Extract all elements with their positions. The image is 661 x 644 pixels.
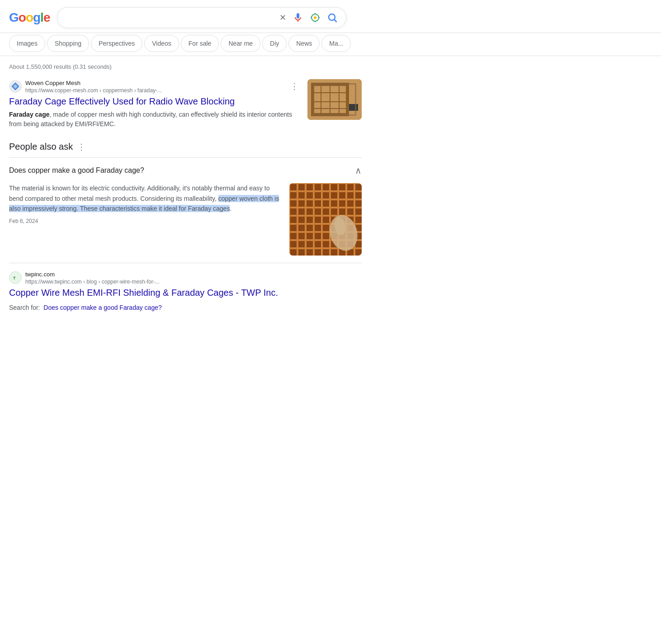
paa-menu-icon[interactable]: ⋮ bbox=[77, 142, 85, 152]
paa-answer: The material is known for its electric c… bbox=[9, 183, 362, 263]
tab-perspectives-label: Perspectives bbox=[99, 40, 135, 47]
tab-more-label: Ma... bbox=[329, 40, 343, 47]
tab-videos[interactable]: Videos bbox=[144, 35, 179, 52]
twp-favicon: T bbox=[9, 271, 22, 284]
second-result-title-link[interactable]: Copper Wire Mesh EMI-RFI Shielding & Far… bbox=[9, 287, 362, 298]
svg-rect-18 bbox=[349, 104, 358, 111]
tab-nearme-label: Near me bbox=[228, 40, 253, 47]
snippet-text: , made of copper mesh with high conducti… bbox=[9, 111, 292, 128]
svg-rect-11 bbox=[346, 84, 348, 115]
tab-images-label: Images bbox=[17, 40, 38, 47]
tab-diy-label: Diy bbox=[270, 40, 279, 47]
svg-rect-10 bbox=[312, 84, 314, 115]
logo-o2: o bbox=[26, 10, 33, 25]
faraday-cage-svg bbox=[307, 79, 362, 120]
logo-g2: g bbox=[33, 10, 40, 25]
snippet-bold: Faraday cage bbox=[9, 111, 50, 118]
results-count: About 1,550,000 results (0.31 seconds) bbox=[9, 63, 362, 70]
paa-answer-text-block: The material is known for its electric c… bbox=[9, 183, 282, 256]
tab-perspectives[interactable]: Perspectives bbox=[91, 35, 142, 52]
tab-forsale[interactable]: For sale bbox=[181, 35, 219, 52]
source-favicon bbox=[9, 80, 22, 93]
paa-answer-date: Feb 6, 2024 bbox=[9, 217, 282, 226]
tab-diy[interactable]: Diy bbox=[262, 35, 287, 52]
source-name: Woven Copper Mesh bbox=[25, 79, 285, 87]
svg-rect-7 bbox=[312, 84, 348, 115]
search-icons-group: ✕ bbox=[279, 11, 339, 24]
voice-search-button[interactable] bbox=[292, 11, 304, 24]
source-info: Woven Copper Mesh https://www.copper-mes… bbox=[25, 79, 285, 94]
result-source: Woven Copper Mesh https://www.copper-mes… bbox=[9, 79, 300, 94]
logo-o1: o bbox=[19, 10, 26, 25]
second-source-name: twpinc.com bbox=[25, 270, 362, 279]
microphone-icon bbox=[293, 12, 303, 23]
search-for-link[interactable]: Does copper make a good Faraday cage? bbox=[43, 304, 162, 311]
paa-question-row[interactable]: Does copper make a good Faraday cage? ∧ bbox=[9, 158, 362, 183]
search-input[interactable]: copper faraday cage bbox=[65, 14, 275, 22]
search-bar: copper faraday cage ✕ bbox=[57, 7, 346, 28]
second-source-info: twpinc.com https://www.twpinc.com › blog… bbox=[25, 270, 362, 285]
svg-rect-6 bbox=[307, 79, 362, 120]
result-main: Woven Copper Mesh https://www.copper-mes… bbox=[9, 79, 300, 129]
paa-title: People also ask bbox=[9, 142, 73, 152]
clear-icon: ✕ bbox=[279, 13, 286, 23]
second-result-source: T twpinc.com https://www.twpinc.com › bl… bbox=[9, 270, 362, 285]
tab-shopping-label: Shopping bbox=[55, 40, 81, 47]
svg-text:T: T bbox=[13, 276, 16, 280]
twp-favicon-icon: T bbox=[11, 274, 19, 282]
search-tabs: Images Shopping Perspectives Videos For … bbox=[0, 33, 661, 56]
logo-l: l bbox=[40, 10, 43, 25]
results-area: About 1,550,000 results (0.31 seconds) W… bbox=[0, 56, 371, 329]
camera-icon bbox=[310, 12, 321, 23]
result-snippet: Faraday cage, made of copper mesh with h… bbox=[9, 110, 300, 129]
logo-e: e bbox=[43, 10, 50, 25]
paa-question-text: Does copper make a good Faraday cage? bbox=[9, 166, 144, 175]
image-search-button[interactable] bbox=[309, 11, 321, 24]
clear-button[interactable]: ✕ bbox=[279, 12, 287, 24]
paa-answer-end: . bbox=[230, 205, 231, 212]
svg-rect-9 bbox=[312, 113, 348, 115]
paa-header: People also ask ⋮ bbox=[9, 142, 362, 152]
paa-chevron-icon: ∧ bbox=[355, 165, 362, 176]
svg-rect-8 bbox=[312, 84, 348, 86]
tab-news[interactable]: News bbox=[288, 35, 320, 52]
result-thumbnail[interactable] bbox=[307, 79, 362, 120]
source-url: https://www.copper-mesh.com › coppermesh… bbox=[25, 87, 285, 94]
tab-more[interactable]: Ma... bbox=[321, 35, 351, 52]
paa-copper-mesh-image[interactable] bbox=[289, 183, 362, 256]
logo-g: G bbox=[9, 10, 19, 25]
header: Google copper faraday cage ✕ bbox=[0, 0, 661, 33]
tab-images[interactable]: Images bbox=[9, 35, 45, 52]
copper-mesh-svg bbox=[289, 183, 362, 256]
search-icon bbox=[327, 12, 338, 23]
paa-question-container: Does copper make a good Faraday cage? ∧ … bbox=[9, 158, 362, 263]
tab-shopping[interactable]: Shopping bbox=[47, 35, 89, 52]
second-result: T twpinc.com https://www.twpinc.com › bl… bbox=[9, 270, 362, 298]
faraday-cage-image bbox=[307, 79, 362, 120]
second-source-url: https://www.twpinc.com › blog › copper-w… bbox=[25, 279, 362, 285]
tab-news-label: News bbox=[296, 40, 312, 47]
result-more-button[interactable]: ⋮ bbox=[288, 80, 300, 92]
people-also-ask-section: People also ask ⋮ Does copper make a goo… bbox=[9, 142, 362, 311]
tab-forsale-label: For sale bbox=[189, 40, 212, 47]
search-for: Search for: Does copper make a good Fara… bbox=[9, 304, 362, 311]
svg-point-1 bbox=[314, 16, 316, 19]
tab-nearme[interactable]: Near me bbox=[221, 35, 260, 52]
google-logo[interactable]: Google bbox=[9, 10, 50, 25]
tab-videos-label: Videos bbox=[152, 40, 171, 47]
site-favicon-icon bbox=[11, 82, 19, 90]
search-for-label: Search for: bbox=[9, 304, 40, 311]
first-search-result: Woven Copper Mesh https://www.copper-mes… bbox=[9, 79, 362, 129]
svg-line-3 bbox=[335, 20, 337, 22]
search-submit-button[interactable] bbox=[326, 11, 339, 24]
result-title-link[interactable]: Faraday Cage Effectively Used for Radio … bbox=[9, 95, 300, 107]
